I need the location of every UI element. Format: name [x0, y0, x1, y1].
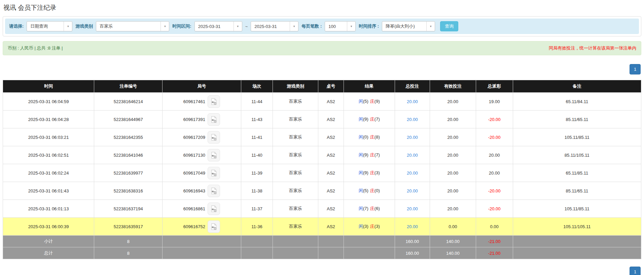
query-type-label: 请选择:	[9, 23, 24, 29]
date-from-value: 2025-03-31	[195, 24, 234, 29]
cell-table-no: AS2	[318, 200, 344, 218]
cell-table-no: AS2	[318, 93, 344, 111]
video-replay-icon[interactable]	[208, 185, 220, 197]
round-id: 609616861	[183, 206, 205, 211]
cell-total-bet: 20.00	[395, 128, 430, 146]
column-header: 时间	[3, 80, 94, 93]
query-type-select[interactable]: 日期查询 ▼	[27, 21, 72, 31]
cell-valid-bet: 0.00	[430, 218, 476, 236]
video-replay-icon[interactable]	[208, 167, 220, 179]
sort-select[interactable]: 降幂(由大到小) ▼	[382, 21, 435, 31]
result-banker-score: (7)	[374, 117, 380, 122]
result-banker-score: (0)	[374, 188, 380, 193]
result-player-score: (9)	[363, 170, 368, 175]
cell-game-type: 百家乐	[273, 218, 318, 236]
round-id: 609616752	[183, 224, 205, 229]
cell-result: 闲(9)庄(3)	[344, 164, 395, 182]
result-banker-label: 庄	[370, 170, 374, 175]
result-player-score: (5)	[363, 188, 368, 193]
cell-remark: 65.11/84.11	[513, 93, 641, 111]
cell-session: 11-41	[241, 128, 273, 146]
table-row: 2025-03-31 06:02:24 522381639977 6096170…	[3, 164, 641, 182]
valid-bet-notice: 同局有效投注，统一计算在该局第一张注单内	[549, 45, 636, 51]
cell-result: 闲(9)庄(7)	[344, 111, 395, 128]
result-banker-score: (7)	[374, 152, 380, 157]
cell-valid-bet: 20.00	[430, 182, 476, 200]
summary-payout: -21.00	[476, 247, 513, 259]
summary-label: 小计	[3, 236, 94, 247]
summary-empty	[513, 236, 641, 247]
total-bet-link[interactable]: 20.00	[407, 224, 418, 229]
video-replay-icon[interactable]	[208, 149, 220, 161]
total-bet-link[interactable]: 20.00	[407, 206, 418, 211]
total-bet-link[interactable]: 20.00	[407, 99, 418, 104]
result-player-score: (9)	[363, 152, 368, 157]
cell-remark: 85.11/65.11	[513, 111, 641, 128]
date-to-select[interactable]: 2025-03-31 ▼	[251, 21, 298, 31]
table-header-row: 时间注单编号局号场次游戏类别桌号结果总投注有效投注总派彩备注	[3, 80, 641, 93]
result-player-label: 闲	[359, 224, 363, 229]
chevron-down-icon: ▼	[347, 22, 355, 31]
sort-label: 时间排序 :	[359, 23, 379, 29]
search-button[interactable]: 查询	[440, 21, 458, 31]
filter-bar: 请选择: 日期查询 ▼ 游戏类别 百家乐 ▼ 时间区间: 2025-03-31 …	[5, 19, 639, 34]
game-type-select[interactable]: 百家乐 ▼	[96, 21, 169, 31]
cell-total-bet: 20.00	[395, 111, 430, 128]
table-row: 2025-03-31 06:04:28 522381644967 6096173…	[3, 111, 641, 128]
cell-bet-id: 522381638316	[94, 182, 163, 200]
chevron-down-icon: ▼	[426, 22, 435, 31]
summary-empty	[163, 236, 241, 247]
pagination-top: 1	[3, 64, 641, 74]
cell-session: 11-44	[241, 93, 273, 111]
cell-game-type: 百家乐	[273, 111, 318, 128]
cell-payout: 20.00	[476, 164, 513, 182]
table-row: 2025-03-31 06:02:51 522381641046 6096171…	[3, 146, 641, 164]
cell-bet-id: 522381641046	[94, 146, 163, 164]
result-banker-label: 庄	[370, 206, 374, 211]
result-player-score: (3)	[363, 224, 368, 229]
round-id: 609617461	[183, 99, 205, 104]
cell-time: 2025-03-31 06:01:43	[3, 182, 94, 200]
cell-valid-bet: 20.00	[430, 146, 476, 164]
date-from-select[interactable]: 2025-03-31 ▼	[194, 21, 242, 31]
total-bet-link[interactable]: 20.00	[407, 153, 418, 158]
page-size-label: 每页笔数 :	[301, 23, 322, 29]
cell-remark: 85.11/105.11	[513, 146, 641, 164]
cell-total-bet: 20.00	[395, 146, 430, 164]
video-replay-icon[interactable]	[208, 203, 220, 215]
total-bet-link[interactable]: 20.00	[407, 188, 418, 193]
cell-table-no: AS2	[318, 111, 344, 128]
chevron-down-icon: ▼	[160, 22, 169, 31]
summary-label: 总计	[3, 247, 94, 259]
cell-payout: -20.00	[476, 182, 513, 200]
cell-result: 闲(9)庄(7)	[344, 146, 395, 164]
column-header: 局号	[163, 80, 241, 93]
cell-result: 闲(0)庄(8)	[344, 128, 395, 146]
cell-result: 闲(5)庄(0)	[344, 182, 395, 200]
page-size-select[interactable]: 100 ▼	[325, 21, 356, 31]
cell-total-bet: 20.00	[395, 93, 430, 111]
cell-bet-id: 522381642355	[94, 128, 163, 146]
video-replay-icon[interactable]	[208, 95, 220, 108]
cell-bet-id: 522381635917	[94, 218, 163, 236]
video-replay-icon[interactable]	[208, 220, 220, 233]
page-button[interactable]: 1	[630, 267, 641, 275]
round-id: 609617391	[183, 117, 205, 122]
video-replay-icon[interactable]	[208, 113, 220, 126]
cell-time: 2025-03-31 06:02:51	[3, 146, 94, 164]
cell-remark: 85.11/65.11	[513, 182, 641, 200]
column-header: 总投注	[395, 80, 430, 93]
cell-game-type: 百家乐	[273, 200, 318, 218]
cell-payout: 19.00	[476, 93, 513, 111]
cell-total-bet: 20.00	[395, 182, 430, 200]
video-replay-icon[interactable]	[208, 131, 220, 144]
summary-row: 总计 8 160.00 140.00 -21.00	[3, 247, 641, 259]
page-button[interactable]: 1	[630, 64, 641, 74]
total-bet-link[interactable]: 20.00	[407, 135, 418, 140]
total-bet-link[interactable]: 20.00	[407, 117, 418, 122]
result-banker-score: (9)	[374, 99, 380, 104]
sort-value: 降幂(由大到小)	[382, 23, 426, 29]
summary-count: 8	[94, 236, 163, 247]
total-bet-link[interactable]: 20.00	[407, 171, 418, 176]
cell-game-type: 百家乐	[273, 93, 318, 111]
